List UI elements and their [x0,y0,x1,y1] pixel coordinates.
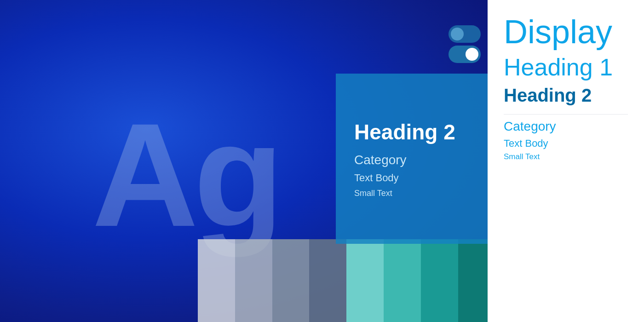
swatch-teal-1 [346,239,384,322]
right-divider [504,114,628,115]
right-display: Display [504,14,628,50]
toggle-area [448,25,481,63]
neutral-swatch-group [198,239,346,322]
middle-category: Category [354,153,469,167]
font-sample-ag: Ag [92,101,279,248]
swatch-neutral-2 [235,239,272,322]
swatch-teal-2 [384,239,421,322]
teal-swatch-group [346,239,495,322]
middle-panel: Heading 2 Category Text Body Small Text [336,74,488,244]
swatch-teal-3 [421,239,458,322]
middle-heading2: Heading 2 [354,120,469,144]
toggle-off[interactable] [448,25,481,43]
toggle-on[interactable] [448,46,481,63]
right-heading1: Heading 1 [504,54,628,80]
swatch-neutral-4 [309,239,346,322]
middle-small-text: Small Text [354,189,469,198]
right-small-text: Small Text [504,152,628,161]
right-text-body: Text Body [504,138,628,150]
right-category: Category [504,119,628,134]
right-panel: Display Heading 1 Heading 2 Category Tex… [488,0,644,322]
right-heading2: Heading 2 [504,85,628,106]
swatch-neutral-3 [272,239,310,322]
swatch-neutral-1 [198,239,235,322]
middle-text-body: Text Body [354,172,469,184]
